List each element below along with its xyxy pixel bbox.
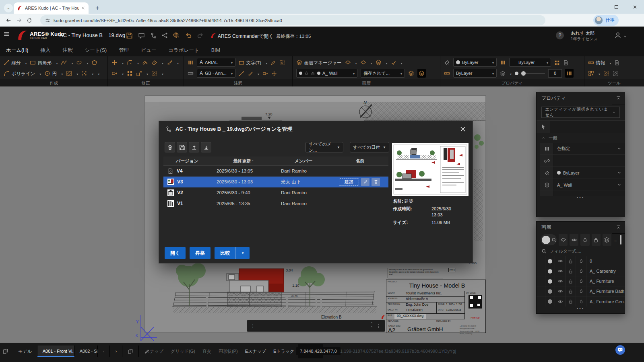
layer-row-furniture-gen[interactable]: A_ Furniture Gen...: [537, 296, 625, 306]
entity-layer-select[interactable]: A_ Wall: [554, 179, 625, 191]
browser-tab[interactable]: ARES Kudo | AC - Tiny House B: [14, 2, 89, 14]
rectangle-dropdown[interactable]: [55, 59, 58, 66]
back-button[interactable]: [3, 17, 14, 24]
line-tool[interactable]: 線分: [4, 59, 21, 66]
layers-resize-dots[interactable]: •••: [537, 306, 625, 311]
measure-tool[interactable]: 情報: [588, 59, 605, 66]
current-layer-select[interactable]: A_ Wall: [296, 69, 357, 78]
model-tab[interactable]: モデル: [13, 346, 37, 357]
lock-icon[interactable]: [566, 286, 576, 296]
layer-state-save-tool[interactable]: [408, 70, 414, 77]
version-row-v4[interactable]: V4 2025/6/30 - 13:05 Dani Ramiro: [163, 166, 388, 177]
toggle-etrack[interactable]: Eトラック: [270, 346, 298, 357]
reload-button[interactable]: [24, 17, 35, 23]
freeze-icon[interactable]: [576, 276, 586, 286]
layer-lock-tool[interactable]: [376, 59, 382, 66]
save-icon[interactable]: [124, 30, 134, 41]
command-prompt[interactable]: :: [252, 323, 370, 329]
version-tag[interactable]: 建築: [339, 178, 359, 186]
image-select-tool[interactable]: [603, 70, 609, 77]
address-bar[interactable]: kudo.graebert.com/file/SF+SF_fcff2e0c-7a…: [40, 15, 545, 25]
dim-style-icon[interactable]: [188, 70, 194, 77]
lock-icon[interactable]: [566, 256, 576, 266]
undo-icon[interactable]: [183, 30, 194, 41]
lineweight-display-toggle[interactable]: [565, 69, 574, 78]
layer-check-tool[interactable]: [391, 59, 396, 66]
freeze-icon[interactable]: [576, 266, 586, 276]
layer-color-toggle[interactable]: [541, 234, 557, 245]
lock-icon[interactable]: [566, 266, 576, 276]
eye-icon[interactable]: [555, 266, 566, 276]
dimension-tool[interactable]: [262, 70, 268, 77]
tab-manage[interactable]: 管理: [113, 44, 135, 56]
dialog-close-icon[interactable]: [460, 126, 466, 132]
eye-icon[interactable]: [555, 276, 566, 286]
toggle-snap[interactable]: スナップ: [142, 346, 167, 357]
sheet-list-icon[interactable]: [122, 346, 139, 357]
sheet-tab-a002[interactable]: A002 - Sid: [74, 346, 98, 357]
layers-collapse-button[interactable]: [612, 222, 625, 234]
export-pdf-icon[interactable]: [171, 30, 181, 41]
command-line[interactable]: : ⌃⌃: [247, 320, 385, 332]
layer-manager-button[interactable]: 画層マネージャー: [296, 59, 342, 66]
color-mode-select[interactable]: 色指定: [554, 143, 625, 154]
leader-tool[interactable]: [239, 70, 244, 77]
layer-new-button[interactable]: [559, 234, 568, 246]
text-align-icon[interactable]: [270, 59, 276, 66]
layer-visibility-button[interactable]: [570, 234, 578, 246]
color-select[interactable]: ByLayer: [453, 58, 497, 67]
toggle-ortho[interactable]: 直交: [199, 346, 215, 357]
version-row-v3[interactable]: V3 2025/6/30 - 13:03 光太 山下 建築: [163, 177, 388, 187]
scale-tool[interactable]: [136, 70, 142, 77]
help-button[interactable]: ?: [556, 31, 564, 39]
entity-color-select[interactable]: ByLayer: [554, 167, 625, 179]
erase-tool[interactable]: [151, 59, 157, 66]
layer-paint-button[interactable]: [580, 234, 589, 246]
compare-dropdown-button[interactable]: ▼: [235, 247, 250, 259]
layer-row-furniture[interactable]: A_ Furniture: [537, 276, 625, 286]
sheet-tab-a001[interactable]: A001 - Front Vi...: [37, 346, 74, 357]
tab-search-button[interactable]: ⌄: [4, 4, 13, 12]
forward-button[interactable]: [14, 17, 24, 24]
filter-input[interactable]: フィルター式....: [549, 248, 581, 254]
layer-stack-button[interactable]: [603, 234, 611, 246]
delete-version-button[interactable]: [165, 142, 175, 152]
col-member[interactable]: メンバー: [275, 158, 332, 164]
browser-profile-button[interactable]: 仕事: [593, 15, 619, 26]
layout-icon[interactable]: [2, 346, 8, 357]
site-settings-icon[interactable]: [45, 18, 50, 23]
tab-view[interactable]: ビュー: [135, 44, 162, 56]
layer-on-tool[interactable]: [345, 59, 351, 66]
stretch-tool[interactable]: [111, 70, 118, 77]
compare-button[interactable]: 比較: [215, 247, 235, 259]
text-style-icon[interactable]: [188, 59, 194, 66]
delete-tag-button[interactable]: [372, 178, 380, 186]
dimension-style-select[interactable]: AGB - Ann...: [197, 69, 235, 78]
account-chevron-icon[interactable]: [623, 33, 627, 40]
linetype-scale-icon[interactable]: [444, 70, 450, 77]
eye-icon[interactable]: [555, 286, 566, 296]
toggle-grid[interactable]: グリッド(G): [167, 346, 199, 357]
offset-tool[interactable]: [142, 59, 148, 66]
lineweight-icon[interactable]: [500, 59, 506, 66]
text-edit-tool[interactable]: [248, 70, 253, 77]
properties-doc-icon[interactable]: [563, 59, 569, 66]
freeze-icon[interactable]: [576, 256, 586, 266]
layer-row-0[interactable]: 0: [537, 256, 625, 266]
command-kebab-icon[interactable]: [376, 323, 381, 329]
freeze-icon[interactable]: [576, 296, 586, 306]
col-updated[interactable]: 最終更新 ˇ: [211, 158, 275, 164]
text-frame-icon[interactable]: [279, 59, 285, 66]
match-properties-tool[interactable]: [167, 59, 173, 66]
transparency-layers-icon[interactable]: [500, 70, 506, 77]
layer-preview-toggle[interactable]: [417, 69, 426, 78]
hatch-tool[interactable]: [66, 70, 72, 77]
entity-select[interactable]: エンティティが選択されていません: [541, 107, 620, 118]
lineweight-select[interactable]: ByLayer: [453, 69, 497, 78]
move-tool[interactable]: [111, 59, 118, 66]
centermark-tool[interactable]: [271, 70, 277, 77]
ellipse-tool[interactable]: [76, 59, 82, 66]
upload-version-button[interactable]: [189, 142, 199, 152]
layer-lock-button[interactable]: [592, 234, 601, 246]
transparency-value[interactable]: 0: [548, 69, 562, 78]
